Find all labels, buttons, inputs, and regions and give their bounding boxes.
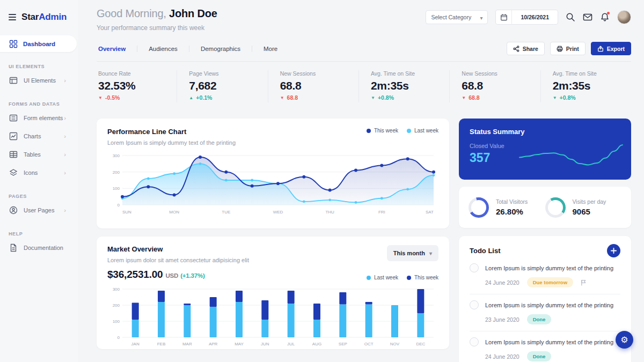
status-badge: Done <box>527 351 552 361</box>
tab-demographics[interactable]: Demographics <box>189 46 252 52</box>
chevron-right-icon: › <box>64 169 66 176</box>
todo-item: Lorem Ipsum is simply dummy text of the … <box>470 331 620 362</box>
tab-bar: Overview Audiences Demographics More Sha… <box>97 42 631 62</box>
tab-overview[interactable]: Overview <box>97 46 137 52</box>
dashboard-grid-icon <box>9 40 18 48</box>
settings-fab[interactable] <box>616 331 633 349</box>
todo-checkbox[interactable] <box>470 263 479 272</box>
legend-dot-this-week <box>407 276 411 280</box>
bell-icon[interactable] <box>600 12 610 22</box>
sidebar: StarAdmin Dashboard UI ELEMENTS UI Eleme… <box>0 0 78 362</box>
svg-text:MAY: MAY <box>235 342 244 346</box>
chevron-right-icon: › <box>64 151 66 158</box>
svg-text:100: 100 <box>113 186 120 191</box>
svg-text:300: 300 <box>113 153 120 158</box>
chevron-down-icon <box>480 12 482 22</box>
legend: Last week This week <box>367 275 438 280</box>
card-subtitle: Lorem Ipsum is simply dummy text of the … <box>107 139 236 146</box>
sidebar-item-ui-elements[interactable]: UI Elements › <box>0 71 78 90</box>
range-select[interactable]: This month <box>387 245 438 261</box>
card-title: Performance Line Chart <box>107 128 236 136</box>
chevron-down-icon <box>429 250 432 256</box>
chevron-right-icon: › <box>64 77 66 84</box>
flag-icon[interactable] <box>581 279 587 286</box>
svg-text:JUN: JUN <box>261 342 269 346</box>
legend: This week Last week <box>367 128 438 134</box>
sidebar-item-dashboard[interactable]: Dashboard <box>0 35 77 52</box>
sidebar-section-help: HELP <box>0 219 78 239</box>
svg-text:NOV: NOV <box>390 342 400 346</box>
stat-delta: ▼68.8 <box>280 94 358 101</box>
svg-text:MON: MON <box>169 210 179 215</box>
svg-text:JUL: JUL <box>287 342 295 346</box>
performance-line-chart: 0100200300SUNMONTUEWEDTHUFRISAT <box>107 150 437 217</box>
mail-icon[interactable] <box>583 12 592 22</box>
page-header: Good Morning, John Doe Your performance … <box>97 8 631 33</box>
chevron-right-icon: › <box>64 207 66 213</box>
visits-per-day-donut <box>545 197 566 218</box>
sidebar-section-pages: PAGES <box>0 182 78 201</box>
add-todo-button[interactable] <box>607 244 620 257</box>
menu-icon[interactable] <box>9 14 16 20</box>
status-summary-card: Status Summary Closed Value 357 <box>459 119 631 180</box>
svg-text:200: 200 <box>113 303 120 308</box>
export-button[interactable]: Export <box>591 42 631 55</box>
search-icon[interactable] <box>566 12 575 22</box>
todo-checkbox[interactable] <box>470 337 479 346</box>
svg-text:MAR: MAR <box>182 342 192 346</box>
share-button[interactable]: Share <box>507 42 545 55</box>
stat-delta: ▼+0.8% <box>553 94 631 101</box>
status-sparkline <box>517 138 625 175</box>
legend-dot-last-week <box>407 129 411 133</box>
sidebar-item-form-elements[interactable]: Form elements › <box>0 109 78 127</box>
brand-logo[interactable]: StarAdmin <box>21 12 67 23</box>
export-icon <box>597 46 604 52</box>
document-icon <box>9 243 18 252</box>
notification-dot <box>607 12 610 14</box>
svg-text:TUE: TUE <box>222 210 230 215</box>
svg-text:300: 300 <box>113 287 120 292</box>
svg-text:APR: APR <box>209 342 218 346</box>
card-title: Status Summary <box>470 128 620 136</box>
avatar[interactable] <box>617 10 631 24</box>
table-icon <box>9 150 18 159</box>
dashboard-page: StarAdmin Dashboard UI ELEMENTS UI Eleme… <box>0 0 644 362</box>
total-visitors-donut <box>469 197 489 218</box>
category-select[interactable]: Select Category <box>426 10 488 24</box>
calendar-icon[interactable] <box>496 10 512 24</box>
total-visitors: Total Visitors 26.80% <box>469 197 545 218</box>
stat-avg-time-1: Avg. Time on Site 2m:35s ▼+0.8% <box>358 70 449 102</box>
svg-text:SAT: SAT <box>426 210 434 215</box>
page-title: Good Morning, John Doe <box>97 8 217 20</box>
market-bar-chart: 0100200300JANFEBMARAPRMAYJUNJULAUGSEPOCT… <box>107 285 437 348</box>
print-button[interactable]: Print <box>550 42 586 55</box>
svg-text:JAN: JAN <box>131 342 140 346</box>
sidebar-item-user-pages[interactable]: User Pages › <box>0 201 78 219</box>
date-picker[interactable]: 10/26/2021 <box>495 10 558 25</box>
form-icon <box>9 114 18 122</box>
svg-text:AUG: AUG <box>312 342 321 346</box>
todo-checkbox[interactable] <box>470 300 479 309</box>
sidebar-item-icons[interactable]: Icons › <box>0 164 78 182</box>
print-icon <box>557 46 563 52</box>
sidebar-item-documentation[interactable]: Documentation <box>0 239 78 257</box>
svg-text:0: 0 <box>118 203 120 208</box>
date-value[interactable]: 10/26/2021 <box>512 14 558 20</box>
svg-text:SEP: SEP <box>339 342 347 346</box>
stat-new-sessions-2: New Sessions 68.8 ▼68.8 <box>449 70 540 102</box>
card-title: Market Overview <box>107 245 249 253</box>
stat-page-views: Page Views 7,682 ▲+0.1% <box>177 70 267 102</box>
legend-dot-this-week <box>367 129 371 133</box>
sidebar-item-tables[interactable]: Tables › <box>0 145 78 164</box>
legend-dot-last-week <box>367 276 371 280</box>
sidebar-item-charts[interactable]: Charts › <box>0 127 78 145</box>
tab-more[interactable]: More <box>252 46 289 52</box>
svg-text:FEB: FEB <box>157 342 166 346</box>
tab-audiences[interactable]: Audiences <box>137 46 189 52</box>
chart-icon <box>9 132 18 141</box>
status-badge: Done <box>527 314 552 324</box>
svg-text:200: 200 <box>113 170 120 175</box>
layers-icon <box>9 168 18 177</box>
svg-text:0: 0 <box>118 335 120 340</box>
visits-per-day: Visits per day 9065 <box>545 197 622 218</box>
